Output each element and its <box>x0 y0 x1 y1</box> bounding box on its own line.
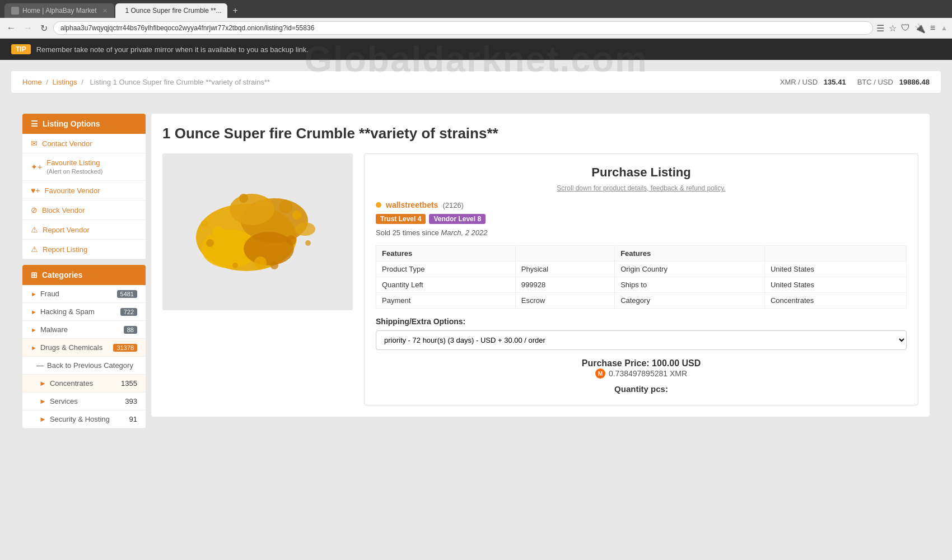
breadcrumb-sep1: / <box>46 78 50 86</box>
bookmark-icon[interactable]: ☆ <box>889 23 897 34</box>
extension-icon[interactable]: 🔌 <box>914 23 926 34</box>
listing-options-section: ☰ Listing Options ✉ Contact Vendor ✦+ Fa… <box>22 114 146 259</box>
features-value-2-header <box>764 246 906 262</box>
payment-label: Payment <box>376 293 516 309</box>
price-usd: Purchase Price: 100.00 USD <box>376 358 907 368</box>
tip-bar: TIP Remember take note of your private m… <box>0 39 952 60</box>
back-button[interactable]: ← <box>4 22 18 34</box>
drugs-count: 31378 <box>113 344 137 352</box>
sidebar-item-security[interactable]: ►Security & Hosting 91 <box>22 410 146 428</box>
quantity-left-value: 999928 <box>515 277 614 293</box>
malware-count: 88 <box>124 326 137 334</box>
fraud-count: 5481 <box>117 290 137 298</box>
grid-icon: ⊞ <box>31 270 38 279</box>
arrow-icon: ► <box>39 379 46 388</box>
btc-label: BTC / USD <box>857 78 893 86</box>
product-image-placeholder <box>162 153 353 310</box>
services-label: Services <box>50 397 78 405</box>
warning-icon: ⚠ <box>31 225 38 234</box>
forward-button[interactable]: → <box>21 22 35 34</box>
scroll-up-indicator: ▲ <box>941 24 948 32</box>
tab-bar: Home | AlphaBay Market ✕ 1 Ounce Super f… <box>4 3 948 18</box>
block-vendor-link[interactable]: Block Vendor <box>42 206 85 214</box>
sold-info: Sold 25 times since March, 2 2022 <box>376 228 907 237</box>
contact-vendor-link[interactable]: Contact Vendor <box>42 139 92 148</box>
listing-container: 1 Ounce Super fire Crumble **variety of … <box>151 114 930 417</box>
sidebar-item-malware[interactable]: ►Malware 88 <box>22 321 146 339</box>
svg-point-7 <box>292 211 301 220</box>
favourite-listing-item[interactable]: ✦+ Favourite Listing (Alert on Restocked… <box>22 153 146 181</box>
listing-title: 1 Ounce Super fire Crumble **variety of … <box>162 125 918 142</box>
vendor-info: wallstreetbets (2126) <box>376 200 907 209</box>
categories-header: ⊞ Categories <box>22 265 146 285</box>
xmr-icon: M <box>595 368 605 379</box>
arrow-icon: ► <box>39 415 46 423</box>
product-type-value: Physical <box>515 262 614 277</box>
sidebar-item-fraud[interactable]: ►Fraud 5481 <box>22 285 146 303</box>
svg-point-14 <box>207 251 224 263</box>
tip-badge: TIP <box>11 44 31 54</box>
sidebar-item-concentrates[interactable]: ►Concentrates 1355 <box>22 375 146 393</box>
price-xmr-value: 0.738497895281 XMR <box>609 369 687 378</box>
svg-point-4 <box>244 232 294 265</box>
block-vendor-item[interactable]: ⊘ Block Vendor <box>22 200 146 220</box>
xmr-label: XMR / USD <box>780 78 818 86</box>
contact-vendor-item[interactable]: ✉ Contact Vendor <box>22 134 146 153</box>
report-listing-link[interactable]: Report Listing <box>43 245 87 254</box>
svg-point-17 <box>270 262 278 269</box>
hacking-label: Hacking & Spam <box>40 307 95 316</box>
concentrates-label: Concentrates <box>50 379 93 388</box>
listing-image <box>162 153 353 405</box>
back-label: Back to Previous Category <box>47 361 133 370</box>
tip-message: Remember take note of your private mirro… <box>36 45 309 54</box>
tab-favicon <box>11 7 19 15</box>
product-type-label: Product Type <box>376 262 516 277</box>
favourite-vendor-item[interactable]: ♥+ Favourite Vendor <box>22 181 146 200</box>
tab-home-close[interactable]: ✕ <box>102 7 108 15</box>
ships-to-label: Ships to <box>615 277 765 293</box>
page-wrapper: Home / Listings / Listing 1 Ounce Super … <box>0 60 952 560</box>
arrow-icon: ► <box>31 344 37 351</box>
purchase-title: Purchase Listing <box>376 165 907 180</box>
shipping-label: Shipping/Extra Options: <box>376 317 907 326</box>
breadcrumb-home[interactable]: Home <box>22 78 42 86</box>
address-bar[interactable] <box>53 21 873 35</box>
reader-icon[interactable]: ☰ <box>876 23 884 34</box>
svg-point-10 <box>286 235 296 245</box>
breadcrumb-listings[interactable]: Listings <box>53 78 77 86</box>
new-tab-button[interactable]: + <box>228 3 242 18</box>
shield-icon[interactable]: 🛡 <box>901 23 910 33</box>
browser-toolbar: ← → ↻ ☰ ☆ 🛡 🔌 ≡ ▲ <box>0 18 952 39</box>
sidebar-item-back[interactable]: — Back to Previous Category <box>22 357 146 375</box>
shipping-select[interactable]: priority - 72 hour(s) (3 days) - USD + 3… <box>376 330 907 350</box>
main-content: 1 Ounce Super fire Crumble **variety of … <box>151 114 930 434</box>
categories-section: ⊞ Categories ►Fraud 5481 ►Hacking & Spam… <box>22 265 146 428</box>
tab-home[interactable]: Home | AlphaBay Market ✕ <box>4 3 114 18</box>
quantity-label: Quantity pcs: <box>376 384 907 394</box>
tab-listing[interactable]: 1 Ounce Super fire Crumble **... ✕ <box>115 3 227 18</box>
listing-body: Purchase Listing Scroll down for product… <box>162 153 918 405</box>
vendor-reviews: (2126) <box>442 201 464 209</box>
purchase-subtitle: Scroll down for product details, feedbac… <box>376 184 907 192</box>
sidebar-item-drugs[interactable]: ►Drugs & Chemicals 31378 <box>22 339 146 357</box>
envelope-icon: ✉ <box>31 139 38 148</box>
report-vendor-link[interactable]: Report Vendor <box>43 226 90 234</box>
scroll-down-link[interactable]: Scroll down for product details, feedbac… <box>557 184 725 192</box>
report-vendor-item[interactable]: ⚠ Report Vendor <box>22 220 146 240</box>
favourite-vendor-link[interactable]: Favourite Vendor <box>45 186 100 195</box>
xmr-value: 135.41 <box>824 78 846 86</box>
sidebar-item-services[interactable]: ►Services 393 <box>22 393 146 410</box>
svg-point-18 <box>232 263 238 268</box>
report-listing-item[interactable]: ⚠ Report Listing <box>22 240 146 259</box>
warning2-icon: ⚠ <box>31 245 38 254</box>
sidebar-item-hacking[interactable]: ►Hacking & Spam 722 <box>22 303 146 321</box>
purchase-box: Purchase Listing Scroll down for product… <box>364 153 918 405</box>
category-value: Concentrates <box>764 293 906 309</box>
breadcrumb-current: Listing 1 Ounce Super fire Crumble **var… <box>90 78 270 86</box>
table-row: Quantity Left 999928 Ships to United Sta… <box>376 277 907 293</box>
favourite-listing-link[interactable]: Favourite Listing <box>46 158 100 167</box>
refresh-button[interactable]: ↻ <box>38 22 50 35</box>
vendor-name[interactable]: wallstreetbets <box>386 200 438 209</box>
menu-icon[interactable]: ≡ <box>930 23 935 33</box>
price-box: Purchase Price: 100.00 USD M 0.738497895… <box>376 358 907 379</box>
